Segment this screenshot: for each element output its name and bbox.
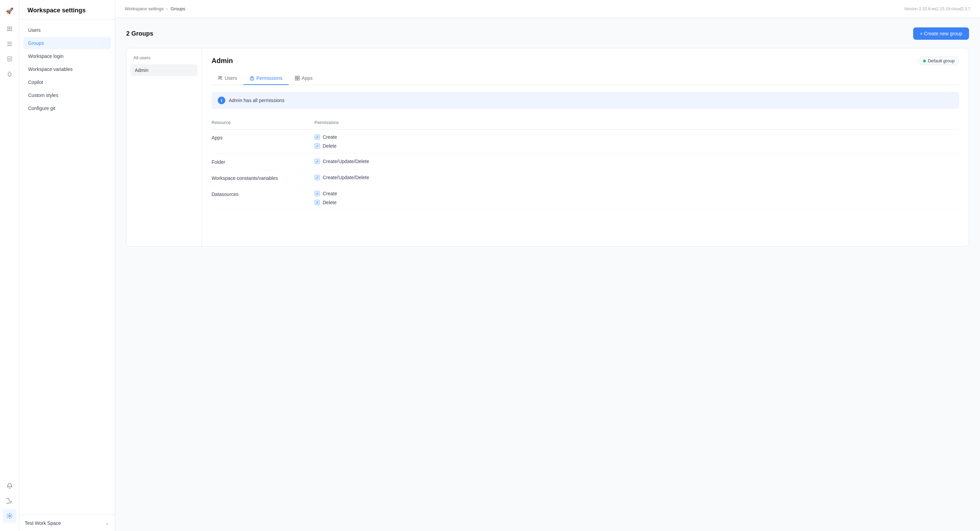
svg-point-3 xyxy=(7,28,9,30)
svg-rect-16 xyxy=(250,78,254,80)
table-row: Workspace constants/variables Create/Upd… xyxy=(212,170,959,186)
sidebar-item-copilot[interactable]: Copilot xyxy=(23,76,111,89)
topbar: Workspace settings › Groups Version 2.33… xyxy=(115,0,980,18)
layers-icon-button[interactable] xyxy=(3,52,16,66)
content-header: 2 Groups + Create new group xyxy=(126,27,969,40)
sidebar: Workspace settings Users Groups Workspac… xyxy=(19,0,115,531)
tab-permissions[interactable]: Permissions xyxy=(243,72,289,85)
tab-users-label: Users xyxy=(224,75,237,81)
breadcrumb-separator: › xyxy=(166,6,168,11)
perm-item: Create/Update/Delete xyxy=(315,159,959,164)
permission-items: Create Delete xyxy=(315,134,959,149)
groups-count-label: 2 Groups xyxy=(126,30,153,37)
grid-icon-button[interactable] xyxy=(3,22,16,36)
bell-icon-button[interactable] xyxy=(3,479,16,493)
table-row: Folder Create/Update/Delete xyxy=(212,154,959,170)
sidebar-item-custom-styles[interactable]: Custom styles xyxy=(23,89,111,101)
checkbox-checked-icon xyxy=(315,134,320,140)
apps-tab-icon xyxy=(295,76,300,81)
permissions-table: Resource Permissions Apps Create xyxy=(212,117,959,210)
permission-items: Create/Update/Delete xyxy=(315,159,959,164)
svg-point-14 xyxy=(219,76,221,78)
workspace-name: Test Work Space xyxy=(25,520,61,526)
perm-item: Create xyxy=(315,134,959,140)
svg-point-8 xyxy=(11,30,12,31)
sidebar-item-workspace-login[interactable]: Workspace login xyxy=(23,50,111,62)
badge-dot xyxy=(923,60,926,62)
tab-users[interactable]: Users xyxy=(212,72,243,85)
sidebar-item-configure-git[interactable]: Configure git xyxy=(23,102,111,114)
perm-label: Create xyxy=(323,191,337,196)
default-group-badge: Default group xyxy=(919,57,959,65)
tab-permissions-label: Permissions xyxy=(256,75,283,81)
plugin-icon-button[interactable] xyxy=(3,67,16,81)
groups-panel: All users Admin Admin Default group xyxy=(126,48,969,247)
perm-item: Delete xyxy=(315,143,959,149)
info-banner-text: Admin has all permissions xyxy=(229,98,285,103)
breadcrumb: Workspace settings › Groups xyxy=(125,6,185,11)
info-icon: i xyxy=(218,97,225,104)
sidebar-nav: Users Groups Workspace login Workspace v… xyxy=(19,20,115,515)
sidebar-footer[interactable]: Test Work Space ⌄ xyxy=(19,515,115,531)
create-new-group-button[interactable]: + Create new group xyxy=(913,27,969,40)
svg-point-0 xyxy=(7,26,9,28)
group-item-admin[interactable]: Admin xyxy=(130,64,197,76)
logo-button[interactable]: 🚀 xyxy=(3,4,16,18)
content-area: 2 Groups + Create new group All users Ad… xyxy=(115,18,980,531)
tab-apps-label: Apps xyxy=(302,75,313,81)
sidebar-item-workspace-variables[interactable]: Workspace variables xyxy=(23,63,111,75)
table-row: Datasources Create Delete xyxy=(212,186,959,210)
perm-item: Create xyxy=(315,191,959,196)
info-banner: i Admin has all permissions xyxy=(212,92,959,109)
svg-point-2 xyxy=(11,26,12,28)
breadcrumb-current: Groups xyxy=(171,6,186,11)
checkbox-checked-icon xyxy=(315,159,320,164)
default-badge-label: Default group xyxy=(928,58,955,63)
svg-point-5 xyxy=(11,28,12,30)
group-detail: Admin Default group xyxy=(202,48,969,246)
users-tab-icon xyxy=(218,76,223,81)
main: Workspace settings › Groups Version 2.33… xyxy=(115,0,980,531)
permission-items: Create/Update/Delete xyxy=(315,175,959,180)
resource-name: Datasources xyxy=(212,191,315,197)
resource-column-header: Resource xyxy=(212,120,315,125)
icon-bar: 🚀 xyxy=(0,0,19,531)
version-label: Version 2.33.6-ee2.15.19-cloud2.3.7 xyxy=(904,6,970,11)
group-detail-header: Admin Default group xyxy=(212,57,959,65)
group-tabs: Users Permissions xyxy=(212,72,959,85)
resource-name: Folder xyxy=(212,159,315,165)
sidebar-item-groups[interactable]: Groups xyxy=(23,37,111,49)
svg-point-6 xyxy=(7,30,9,31)
svg-rect-20 xyxy=(298,78,299,80)
svg-point-4 xyxy=(9,28,10,30)
breadcrumb-parent[interactable]: Workspace settings xyxy=(125,6,164,11)
perm-label: Create xyxy=(323,134,337,140)
svg-point-1 xyxy=(9,26,10,28)
checkbox-checked-icon xyxy=(315,200,320,205)
svg-rect-19 xyxy=(295,78,297,80)
table-row: Apps Create Delete xyxy=(212,130,959,154)
settings-icon-button[interactable] xyxy=(3,509,16,523)
perm-label: Create/Update/Delete xyxy=(323,175,369,180)
permissions-column-header: Permissions xyxy=(315,120,959,125)
svg-rect-10 xyxy=(7,43,12,44)
svg-point-7 xyxy=(9,30,10,31)
checkbox-checked-icon xyxy=(315,175,320,180)
permission-items: Create Delete xyxy=(315,191,959,205)
checkbox-checked-icon xyxy=(315,143,320,149)
tab-apps[interactable]: Apps xyxy=(289,72,319,85)
sidebar-item-users[interactable]: Users xyxy=(23,24,111,36)
svg-rect-11 xyxy=(7,45,12,46)
sidebar-header: Workspace settings xyxy=(19,0,115,20)
groups-list: All users Admin xyxy=(127,48,202,246)
perm-item: Create/Update/Delete xyxy=(315,175,959,180)
moon-icon-button[interactable] xyxy=(3,494,16,508)
perm-label: Create/Update/Delete xyxy=(323,159,369,164)
svg-point-13 xyxy=(9,515,10,517)
perm-item: Delete xyxy=(315,200,959,205)
svg-rect-17 xyxy=(295,76,297,78)
checkbox-checked-icon xyxy=(315,191,320,196)
svg-rect-9 xyxy=(7,42,12,43)
svg-point-12 xyxy=(7,57,12,59)
list-icon-button[interactable] xyxy=(3,37,16,51)
